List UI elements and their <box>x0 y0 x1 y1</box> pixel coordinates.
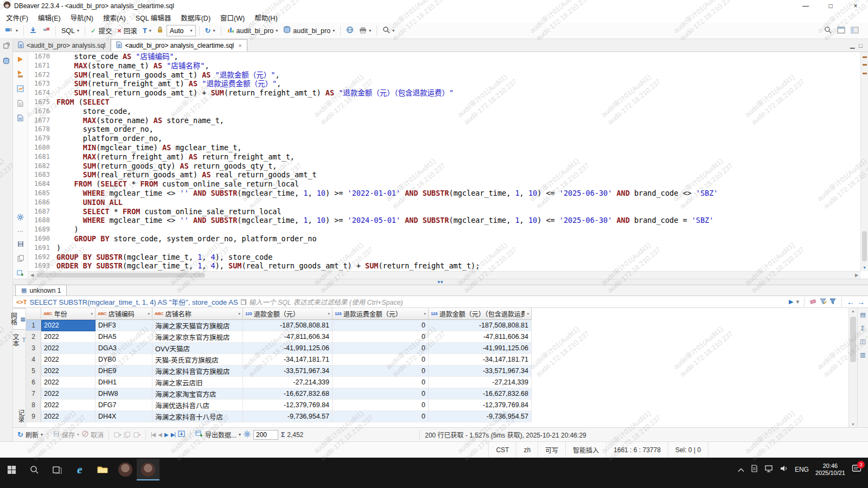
filter-sql-text[interactable]: SELECT SUBSTR(mgclear_time_t, 1, 4) AS "… <box>30 297 238 307</box>
cell-year[interactable]: 2022 <box>41 320 95 331</box>
row-number[interactable]: 9 <box>26 411 41 422</box>
start-button[interactable] <box>0 459 23 480</box>
cell-store-code[interactable]: DGA3 <box>95 343 152 354</box>
code-line[interactable]: 1673 SUM(return_freight_amt_t) AS "退款运费金… <box>28 79 860 88</box>
column-header-refund-freight-amount[interactable]: 123退款运费金额（元）▾ <box>333 308 429 320</box>
close-tab-icon[interactable]: × <box>238 42 241 49</box>
column-dropdown-icon[interactable]: ▾ <box>238 312 240 316</box>
cell-refund-amount-with-freight[interactable]: -27,214,339 <box>429 377 532 388</box>
cell-refund-amount[interactable]: -16,627,832.68 <box>243 388 333 400</box>
cell-refund-amount-with-freight[interactable]: -33,571,967.34 <box>429 365 532 377</box>
cell-refund-amount-with-freight[interactable]: -47,811,606.34 <box>429 331 532 343</box>
menu-help[interactable]: 帮助(H) <box>250 12 282 23</box>
editor-horizontal-scrollbar[interactable]: ◀ ▶ <box>28 271 860 279</box>
column-header-refund-amount-with-freight[interactable]: 123退款金额（元）（包含退款运费）▾ <box>429 308 532 320</box>
execute-statement-button[interactable] <box>17 55 24 65</box>
cell-refund-amount[interactable]: -33,571,967.34 <box>243 365 333 377</box>
column-dropdown-icon[interactable]: ▾ <box>148 312 150 316</box>
isolation-combo[interactable]: Auto ▾ <box>167 25 196 36</box>
code-line[interactable]: 1691) <box>28 243 860 253</box>
cell-year[interactable]: 2022 <box>41 400 95 411</box>
explain-plan-button[interactable] <box>17 85 24 94</box>
cell-refund-amount[interactable]: -12,379,769.84 <box>243 400 333 411</box>
result-settings-gear-icon[interactable] <box>244 431 251 439</box>
code-line[interactable]: 1675FROM (SELECT <box>28 98 860 107</box>
row-number[interactable]: 4 <box>26 354 41 365</box>
clear-filter-eraser-icon[interactable] <box>809 297 817 307</box>
task-view-icon[interactable] <box>46 459 68 480</box>
cell-store-name[interactable]: 海澜之家抖音十八号店 <box>152 411 243 422</box>
tray-network-icon[interactable] <box>764 465 773 474</box>
cell-store-name[interactable]: 海澜之家云店旧 <box>152 377 243 388</box>
code-line[interactable]: 1688 WHERE mgclear_time <> '' AND SUBSTR… <box>28 216 860 225</box>
open-file-button[interactable] <box>17 114 23 124</box>
export-data-button[interactable]: 导出数据... ▾ <box>195 430 241 439</box>
expand-filter-icon[interactable] <box>241 299 246 305</box>
cell-refund-freight-amount[interactable]: 0 <box>333 320 429 331</box>
menu-database[interactable]: 数据库(D) <box>176 12 215 23</box>
row-number[interactable]: 2 <box>26 331 41 343</box>
cell-store-code[interactable]: DHE9 <box>95 365 152 377</box>
copy-icon[interactable] <box>17 254 24 264</box>
editor-results-sash[interactable]: ▾▾ <box>13 279 868 285</box>
cell-store-code[interactable]: DHW8 <box>95 388 152 400</box>
cell-store-name[interactable]: 海澜之家淘宝官方店 <box>152 388 243 400</box>
scroll-up-arrow-icon[interactable]: ▲ <box>849 309 857 313</box>
code-line[interactable]: 1671 MAX(store_name_t) AS "店铺名称", <box>28 61 860 70</box>
restore-panel-icon[interactable] <box>3 42 10 52</box>
taskbar-clock[interactable]: 20:46 2025/10/21 <box>815 463 845 477</box>
results-vertical-scrollbar[interactable]: ▲ ▼ <box>848 308 857 427</box>
previous-result-icon[interactable]: ← <box>847 298 854 306</box>
cell-store-code[interactable]: DHH1 <box>95 377 152 388</box>
first-page-icon[interactable]: |◀ <box>151 432 155 438</box>
commit-button[interactable]: ✓ 提交 <box>88 24 114 37</box>
perspective-icon[interactable] <box>851 26 859 36</box>
cell-store-code[interactable]: DHA5 <box>95 331 152 343</box>
menu-file[interactable]: 文件(F) <box>1 12 33 23</box>
code-line[interactable]: 1670 store_code AS "店铺编码", <box>28 52 860 61</box>
filter-history-caret-icon[interactable]: ▾ <box>796 298 799 305</box>
record-mode-button[interactable]: 记录 <box>13 406 25 426</box>
rollback-button[interactable]: × 回滚 <box>116 24 139 37</box>
next-result-icon[interactable]: → <box>857 298 865 306</box>
code-line[interactable]: 1672 SUM(real_return_goods_amt_t) AS "退款… <box>28 70 860 80</box>
cancel-button[interactable]: 取消 <box>82 430 104 439</box>
column-dropdown-icon[interactable]: ▾ <box>91 312 93 316</box>
cell-year[interactable]: 2022 <box>41 354 95 365</box>
cell-store-name[interactable]: 海澜之家京东官方旗舰店 <box>152 331 243 343</box>
fetch-all-icon[interactable] <box>178 431 185 439</box>
connect-button[interactable] <box>27 24 39 37</box>
save-filter-funnel-icon[interactable] <box>829 297 837 307</box>
code-line[interactable]: 1689 ) <box>28 225 860 234</box>
cell-store-name[interactable]: 天猫-英氏官方旗舰店 <box>152 354 243 365</box>
new-sql-editor-button[interactable]: SQL ▾ <box>59 24 81 37</box>
metadata-panel-icon[interactable]: ◫ <box>860 338 865 345</box>
connection-selector[interactable]: audit_bi_pro ▾ <box>225 24 280 37</box>
disconnect-button[interactable] <box>40 24 52 37</box>
calc-panel-icon[interactable]: Σ <box>861 325 865 331</box>
grid-corner[interactable] <box>26 308 41 320</box>
column-header-refund-amount[interactable]: 123退款金额（元）▾ <box>243 308 333 320</box>
cell-year[interactable]: 2022 <box>41 331 95 343</box>
cell-store-name[interactable]: 海澜之家天猫官方旗舰店 <box>152 320 243 331</box>
editor-settings-gear-icon[interactable] <box>17 213 24 223</box>
execute-script-button[interactable] <box>17 70 24 80</box>
cell-year[interactable]: 2022 <box>41 411 95 422</box>
cell-refund-freight-amount[interactable]: 0 <box>333 365 429 377</box>
window-maximize-button[interactable]: □ <box>818 0 843 12</box>
delete-row-button[interactable] <box>133 432 141 438</box>
cell-store-code[interactable]: DH4X <box>95 411 152 422</box>
cell-refund-amount-with-freight[interactable]: -12,379,769.84 <box>429 400 532 411</box>
fetch-size-input[interactable] <box>253 430 278 440</box>
tab-analysis-cleartime-sql[interactable]: <audit_bi_pro> analysis_cleartime.sql × <box>111 39 247 52</box>
more-actions-icon[interactable]: ⋯ <box>17 228 23 235</box>
code-line[interactable]: 1683 SUM(real_return_goods_amt) AS real_… <box>28 170 860 179</box>
edit-filter-icon[interactable] <box>820 297 827 307</box>
cell-refund-amount[interactable]: -187,508,808.81 <box>243 320 333 331</box>
cell-refund-amount[interactable]: -41,991,125.06 <box>243 343 333 354</box>
schema-selector[interactable]: audit_bi_pro ▾ <box>281 24 337 37</box>
tab-analysis-sql[interactable]: <audit_bi_pro> analysis.sql <box>13 39 111 52</box>
open-perspective-icon[interactable] <box>837 26 845 36</box>
code-line[interactable]: 1690 GROUP BY store_code, system_order_n… <box>28 234 860 243</box>
apply-filter-play-icon[interactable]: ▶ <box>789 298 793 305</box>
